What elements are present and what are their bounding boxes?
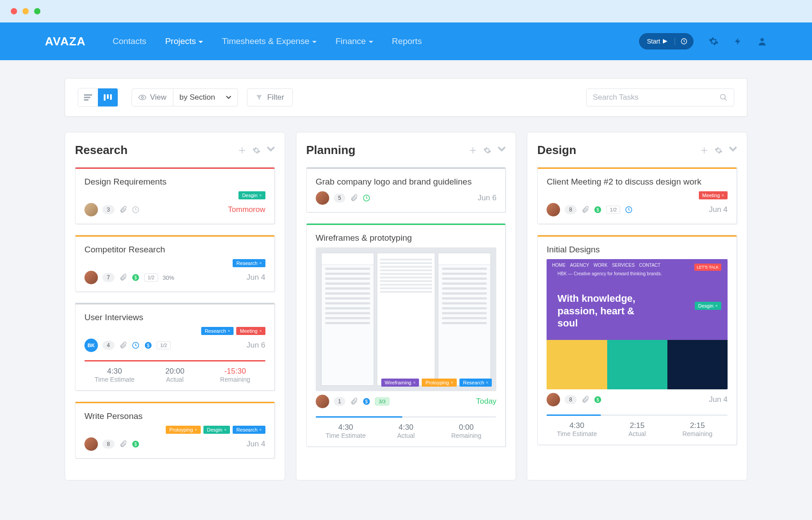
add-card-button[interactable] — [238, 146, 246, 154]
browser-chrome — [0, 0, 812, 22]
nav-timesheets[interactable]: Timesheets & Expense — [222, 36, 317, 46]
task-card[interactable]: Client Meeting #2 to discuss design work… — [537, 167, 737, 224]
nav-contacts[interactable]: Contacts — [113, 36, 146, 46]
task-card[interactable]: Grab company logo and brand guidelines 5… — [306, 167, 506, 212]
avatar[interactable] — [316, 395, 329, 408]
add-card-button[interactable] — [469, 146, 477, 154]
card-meta: 8 $ Jun 4 — [547, 393, 728, 406]
clock-blue-icon — [625, 206, 633, 214]
avatar[interactable] — [84, 203, 98, 216]
comment-count[interactable]: 5 — [334, 194, 346, 203]
chevron-down-icon — [369, 41, 373, 43]
svg-point-2 — [760, 38, 763, 41]
task-card[interactable]: Wireframes & prototyping Wireframing×Pro… — [306, 223, 506, 447]
avatar[interactable] — [84, 437, 98, 451]
bolt-icon[interactable] — [734, 36, 742, 46]
task-card[interactable]: Initial Designs HOMEAGENCYWORKSERVICESCO… — [537, 235, 737, 445]
task-card[interactable]: Write Personas Protoyping×Desgin×Researc… — [75, 401, 275, 458]
attach-icon — [581, 206, 589, 214]
board-view-button[interactable] — [98, 88, 118, 106]
comment-count[interactable]: 3 — [102, 205, 115, 214]
list-view-button[interactable] — [78, 88, 98, 106]
comment-count[interactable]: 4 — [102, 341, 115, 350]
due-date: Jun 6 — [478, 194, 497, 203]
maximize-window-icon[interactable] — [34, 8, 40, 14]
nav-finance[interactable]: Finance — [335, 36, 373, 46]
time-tracking: 4:30Time Estimate 4:30Actual 0:00Remaini… — [316, 418, 497, 439]
tag[interactable]: Research× — [201, 327, 234, 335]
column-settings-icon[interactable] — [715, 146, 723, 154]
card-title: Competitor Research — [84, 245, 265, 255]
avatar[interactable] — [84, 271, 98, 284]
card-thumbnail[interactable]: Wireframing×Protoyping×Research× — [316, 247, 497, 391]
tag[interactable]: Meeting× — [699, 191, 728, 199]
tag[interactable]: Meeting× — [236, 327, 265, 335]
nav-projects[interactable]: Projects — [165, 36, 203, 46]
tag[interactable]: Desgin× — [203, 426, 230, 434]
due-date: Jun 4 — [709, 395, 728, 404]
card-title: Initial Designs — [547, 245, 728, 255]
nav-items: Contacts Projects Timesheets & Expense F… — [113, 36, 422, 46]
card-title: User Interviews — [84, 313, 265, 322]
user-icon[interactable] — [757, 36, 767, 46]
comment-count[interactable]: 8 — [102, 440, 115, 449]
comment-count[interactable]: 8 — [565, 205, 577, 214]
dollar-blue-icon: $ — [362, 397, 371, 405]
svg-text:$: $ — [596, 207, 599, 212]
filter-button[interactable]: Filter — [247, 88, 293, 106]
close-window-icon[interactable] — [11, 8, 17, 14]
add-card-button[interactable] — [700, 146, 708, 154]
column-title: Planning — [306, 143, 356, 157]
svg-marker-0 — [663, 39, 667, 44]
svg-rect-5 — [84, 99, 88, 101]
card-title: Wireframes & prototyping — [316, 233, 497, 243]
group-by-select[interactable]: by Section — [173, 88, 238, 106]
tag[interactable]: Desgin× — [695, 302, 722, 310]
start-timer-button[interactable]: Start — [639, 33, 693, 49]
avatar[interactable] — [547, 393, 560, 406]
time-tracking: 4:30Time Estimate 2:15Actual 2:15Remaini… — [547, 416, 728, 437]
play-icon — [663, 39, 667, 44]
svg-point-10 — [720, 94, 725, 99]
clock-green-icon — [362, 194, 371, 202]
collapse-column-icon[interactable] — [267, 146, 275, 154]
collapse-column-icon[interactable] — [498, 146, 506, 154]
brand-logo[interactable]: AVAZA — [45, 35, 86, 48]
task-card[interactable]: Competitor Research Research× 7 $1/230% … — [75, 235, 275, 292]
board-column: Planning Grab company logo and brand gui… — [296, 132, 516, 480]
tag[interactable]: Wireframing× — [381, 379, 419, 387]
svg-text:$: $ — [147, 343, 150, 348]
svg-point-9 — [141, 97, 144, 99]
search-tasks-input[interactable] — [586, 88, 734, 106]
comment-count[interactable]: 7 — [102, 273, 115, 282]
collapse-column-icon[interactable] — [729, 146, 737, 154]
progress-pct: 30% — [163, 274, 174, 281]
settings-icon[interactable] — [709, 36, 719, 46]
tag[interactable]: Desgin× — [238, 191, 265, 199]
tag[interactable]: Research× — [459, 379, 492, 387]
tag[interactable]: Protoyping× — [422, 379, 457, 387]
avatar[interactable]: BK — [84, 339, 98, 352]
card-meta: 8 $1/2 Jun 4 — [547, 203, 728, 216]
due-date: Today — [476, 397, 496, 406]
column-settings-icon[interactable] — [252, 146, 260, 154]
tag[interactable]: Research× — [233, 426, 265, 434]
attach-icon — [119, 273, 127, 282]
recent-timers-icon[interactable] — [675, 38, 693, 45]
view-mode-label[interactable]: View — [132, 88, 173, 106]
card-thumbnail[interactable]: HOMEAGENCYWORKSERVICESCONTACT LET'S TALK… — [547, 259, 728, 389]
comment-count[interactable]: 1 — [334, 397, 346, 406]
filter-icon — [256, 94, 263, 101]
avatar[interactable] — [547, 203, 560, 216]
column-settings-icon[interactable] — [483, 146, 491, 154]
comment-count[interactable]: 8 — [565, 395, 577, 404]
tag[interactable]: Protoyping× — [166, 426, 201, 434]
checklist-badge: 1/2 — [606, 206, 620, 214]
nav-reports[interactable]: Reports — [392, 36, 422, 46]
avatar[interactable] — [316, 191, 329, 205]
checklist-badge: 3/3 — [375, 397, 389, 405]
task-card[interactable]: Design Requirements Desgin× 3 Tommorow — [75, 167, 275, 224]
tag[interactable]: Research× — [233, 259, 265, 267]
minimize-window-icon[interactable] — [22, 8, 29, 14]
task-card[interactable]: User Interviews Research×Meeting× BK 4 $… — [75, 303, 275, 391]
